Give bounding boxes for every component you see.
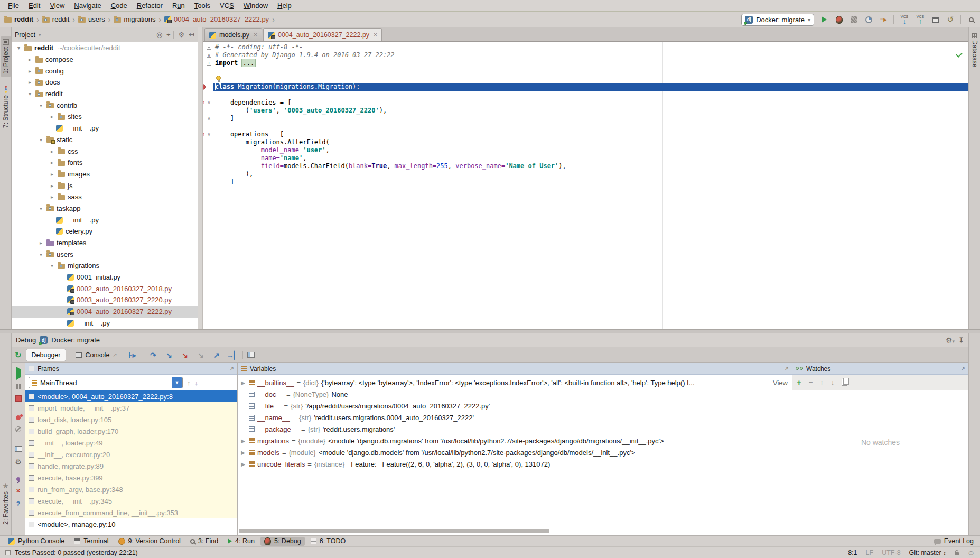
tree-item-contrib[interactable]: ▾contrib <box>12 99 198 111</box>
debug-button[interactable] <box>834 15 844 24</box>
chevron-right-icon[interactable]: ▸ <box>49 171 55 177</box>
chevron-down-icon[interactable]: ▾ <box>39 32 41 38</box>
expand-arrow-icon[interactable]: ▶ <box>240 438 246 444</box>
code-line[interactable]: name='name', <box>198 154 968 162</box>
float-icon[interactable]: ↗ <box>961 366 965 371</box>
tab-console[interactable]: Console ↗ <box>70 349 122 361</box>
next-frame-icon[interactable]: ↓ <box>195 379 199 387</box>
layout-icon[interactable] <box>15 446 22 452</box>
locate-file-icon[interactable]: ◎ <box>156 31 162 39</box>
menu-file[interactable]: File <box>3 1 24 11</box>
tree-item-sites[interactable]: ▸sites <box>12 111 198 123</box>
menu-code[interactable]: Code <box>106 1 132 11</box>
chevron-right-icon[interactable]: ▸ <box>49 183 55 189</box>
frame-row[interactable]: execute, __init__.py:345 <box>25 495 237 507</box>
code-line[interactable]: ↑∨ dependencies = [ <box>198 99 968 107</box>
line-ending-widget[interactable]: LF <box>866 549 874 556</box>
move-up-icon[interactable]: ↑ <box>820 378 824 386</box>
code-line[interactable] <box>198 91 968 99</box>
git-branch-widget[interactable]: Git: master ↕ <box>909 549 946 556</box>
variable-row[interactable]: __file__={str}'/app/reddit/users/migrati… <box>238 400 792 412</box>
close-icon[interactable]: × <box>374 31 377 39</box>
menu-edit[interactable]: Edit <box>24 1 45 11</box>
stop-icon[interactable] <box>15 395 22 402</box>
encoding-widget[interactable]: UTF-8 <box>882 549 900 556</box>
menu-window[interactable]: Window <box>239 1 273 11</box>
read-only-lock-icon[interactable] <box>955 552 959 555</box>
expand-arrow-icon[interactable]: ▶ <box>240 380 246 386</box>
tree-item--init-py[interactable]: __init__.py <box>12 123 198 134</box>
breadcrumb-item[interactable]: reddit <box>4 15 33 23</box>
tree-item-reddit[interactable]: ▾reddit <box>12 88 198 100</box>
float-icon[interactable]: ↗ <box>785 366 789 371</box>
settings-gear-icon[interactable]: ⚙ <box>15 458 22 466</box>
tree-item-fonts[interactable]: ▸fonts <box>12 157 198 169</box>
intention-bulb-icon[interactable] <box>216 76 221 80</box>
fold-marker-icon[interactable]: − <box>207 85 211 89</box>
panel-splitter[interactable] <box>198 27 203 329</box>
variable-row[interactable]: ▶unicode_literals={instance}_Feature: _F… <box>238 458 792 470</box>
fold-marker-icon[interactable]: + <box>207 61 211 66</box>
fold-marker-icon[interactable]: ∨ <box>207 132 211 137</box>
frame-row[interactable]: load_disk, loader.py:105 <box>25 414 237 425</box>
breadcrumb-item[interactable]: users <box>78 15 105 23</box>
tree-item-images[interactable]: ▸images <box>12 169 198 180</box>
chevron-down-icon[interactable]: ▾ <box>38 206 44 211</box>
tree-item-users[interactable]: ▾users <box>12 248 198 260</box>
code-line[interactable]: model_name='user', <box>198 146 968 154</box>
mute-breakpoints-icon[interactable] <box>15 426 21 432</box>
code-line[interactable] <box>198 67 968 75</box>
tool-stripe-database[interactable]: Database <box>970 30 979 70</box>
code-line[interactable] <box>198 75 968 83</box>
menu-vcs[interactable]: VCS <box>215 1 239 11</box>
breadcrumb-item[interactable]: migrations <box>114 15 155 23</box>
horizontal-scrollbar[interactable] <box>239 529 549 533</box>
frame-row[interactable]: build_graph, loader.py:170 <box>25 425 237 437</box>
code-line[interactable]: −class Migration(migrations.Migration): <box>198 83 968 91</box>
chevron-right-icon[interactable]: ▸ <box>49 160 55 165</box>
hector-inspections-icon[interactable]: ☺ <box>967 548 975 557</box>
view-breakpoints-icon[interactable] <box>16 415 21 420</box>
tree-item-templates[interactable]: ▸templates <box>12 237 198 249</box>
breadcrumb-item[interactable]: reddit <box>42 15 70 23</box>
force-step-into-icon[interactable]: ↘ <box>179 351 191 359</box>
chevron-right-icon[interactable]: ▸ <box>49 194 55 200</box>
menu-view[interactable]: View <box>45 1 69 11</box>
tree-item-migrations[interactable]: ▾migrations <box>12 260 198 272</box>
event-log-button[interactable]: Event Log <box>934 537 976 545</box>
frame-row[interactable]: import_module, __init__.py:37 <box>25 402 237 414</box>
view-link[interactable]: View <box>773 379 790 387</box>
code-line[interactable]: −# -*- coding: utf-8 -*- <box>198 43 968 51</box>
variable-row[interactable]: ▶migrations={module}<module 'django.db.m… <box>238 435 792 447</box>
tree-item--init-py[interactable]: __init__.py <box>12 214 198 226</box>
code-line[interactable]: ↑∨ operations = [ <box>198 131 968 138</box>
tool-window-button-5-debug[interactable]: 5: Debug <box>260 537 305 546</box>
rollback-button[interactable]: ↺ <box>946 15 955 24</box>
manage-tasks-button[interactable]: ≡▸ <box>879 15 888 24</box>
chevron-right-icon[interactable]: ▸ <box>27 57 33 62</box>
coverage-button[interactable] <box>849 15 858 24</box>
chevron-right-icon[interactable]: ▸ <box>27 79 33 85</box>
breadcrumb-item[interactable]: 0004_auto_20160327_2222.py <box>164 15 269 23</box>
frame-row[interactable]: __init__, executor.py:20 <box>25 449 237 460</box>
tool-window-button-4-run[interactable]: 4: Run <box>224 537 258 545</box>
tool-window-button-6-todo[interactable]: 6: TODO <box>307 537 350 545</box>
tree-item-compose[interactable]: ▸compose <box>12 54 198 66</box>
tree-item-js[interactable]: ▸js <box>12 180 198 191</box>
code-line[interactable]: +import ... <box>198 59 968 67</box>
show-changes-button[interactable] <box>931 15 940 24</box>
tool-window-button-python-console[interactable]: Python Console <box>4 537 68 545</box>
chevron-right-icon[interactable]: ▸ <box>49 148 55 154</box>
tool-stripe-project[interactable]: 1: Project <box>1 36 11 77</box>
tree-item--init-py[interactable]: __init__.py <box>12 318 198 329</box>
close-icon[interactable]: × <box>16 487 21 494</box>
step-into-my-code-icon[interactable]: ↘ <box>195 351 207 359</box>
frame-row[interactable]: run_from_argv, base.py:348 <box>25 483 237 495</box>
show-execution-point-icon[interactable]: ⊦▸ <box>127 351 138 359</box>
pause-icon[interactable] <box>16 384 21 389</box>
frame-row[interactable]: handle, migrate.py:89 <box>25 460 237 472</box>
horizontal-splitter[interactable] <box>0 329 980 333</box>
code-editor[interactable]: −# -*- coding: utf-8 -*-∧# Generated by … <box>198 42 968 329</box>
frame-row[interactable]: <module>, 0004_auto_20160327_2222.py:8 <box>25 390 237 402</box>
tree-item-0002-auto-20160327-2018-py[interactable]: 0002_auto_20160327_2018.py <box>12 283 198 294</box>
